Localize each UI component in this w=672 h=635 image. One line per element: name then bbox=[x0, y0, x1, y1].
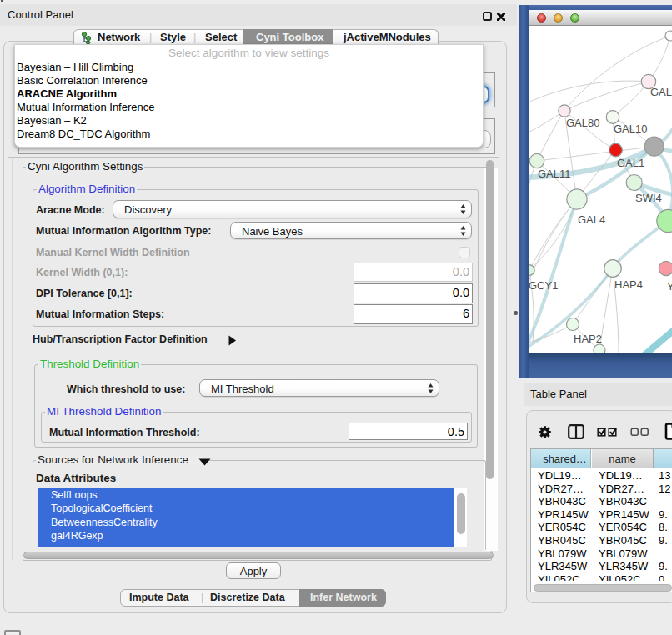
svg-text:GAL11: GAL11 bbox=[538, 168, 571, 180]
svg-text:GAL80: GAL80 bbox=[566, 117, 599, 129]
svg-text:GAL1: GAL1 bbox=[617, 157, 644, 169]
svg-text:Y: Y bbox=[667, 280, 672, 292]
svg-text:GAL4: GAL4 bbox=[578, 213, 605, 226]
svg-text:GAL10: GAL10 bbox=[614, 122, 647, 135]
svg-text:GAL7: GAL7 bbox=[650, 86, 672, 98]
svg-text:GCY1: GCY1 bbox=[529, 279, 558, 292]
svg-text:SWI4: SWI4 bbox=[635, 192, 662, 204]
svg-text:HAP2: HAP2 bbox=[574, 332, 602, 345]
svg-text:HAP4: HAP4 bbox=[614, 278, 643, 291]
